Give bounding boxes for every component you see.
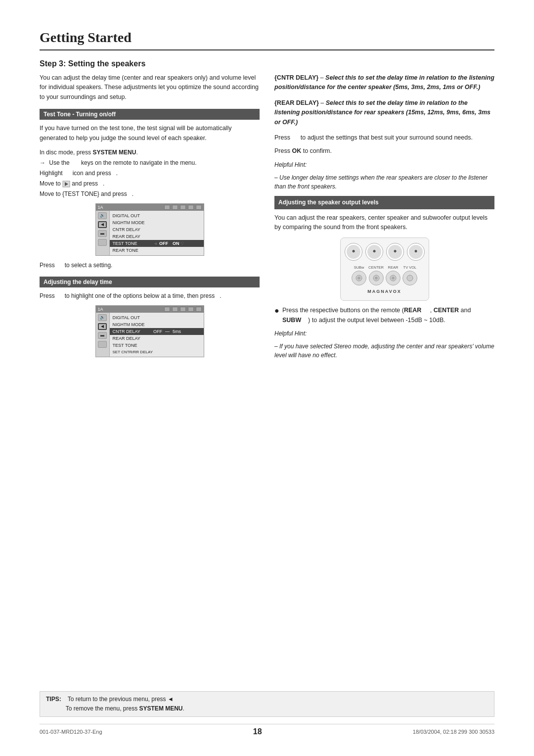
remote-label-tvvol: TV VOL — [402, 264, 417, 286]
screen-top-bar-1: 1A — [96, 204, 204, 211]
screen-mock-1: 1A 🔊 ◀ ▬ — [95, 203, 204, 256]
svg-point-5 — [375, 277, 378, 280]
screen-row-digital: DIGITAL OUT — [110, 212, 204, 219]
remote-btn-minus-1: ⊕ — [345, 243, 362, 261]
screen-icon-5 — [196, 205, 202, 210]
rear-delay-text: {REAR DELAY} – Select this to set the de… — [274, 98, 494, 127]
screen2-row-testtone: TEST TONE — [110, 342, 204, 349]
remote-btn-minus-2: ⊕ — [365, 243, 383, 261]
test-tone-value: ◄ OFF ON ▽ — [153, 241, 184, 246]
screen-left-icons-1: 🔊 ◀ ▬ — [96, 211, 110, 255]
screen-row-cntr: CNTR DELAY — [110, 226, 204, 233]
screen-icon-2-5 — [196, 307, 202, 312]
remote-inner-2: ⊕ — [367, 245, 381, 259]
screen-li2-1: 🔊 — [98, 314, 107, 321]
right-column: {CNTR DELAY} – Select this to set the de… — [274, 73, 494, 364]
rear-delay-block: {REAR DELAY} – Select this to set the de… — [274, 98, 494, 127]
screen-icon-2-4 — [188, 307, 194, 312]
subw-label: SUBw — [354, 265, 364, 271]
tvvol-circle — [402, 271, 417, 285]
screen-icon-2-2 — [172, 307, 178, 312]
screen-row-reartone: REAR TONE — [110, 247, 204, 254]
screen-li-3: ▬ — [98, 230, 107, 237]
remote-inner-4: ⊕ — [409, 245, 423, 259]
section-header-delay: Adjusting the delay time — [40, 277, 260, 287]
screen-ta-label: 1A — [98, 205, 103, 210]
footer-tips: TIPS: To return to the previous menu, pr… — [40, 691, 494, 717]
off-value: OFF — [159, 241, 168, 246]
page-container: Getting Started Step 3: Setting the spea… — [0, 0, 534, 756]
screen-icon-1 — [164, 205, 170, 210]
screen2-row-nightm: NIGHTM MODE — [110, 321, 204, 328]
remote-label-row: SUBw CENTER REAR — [346, 264, 424, 286]
press-ok-text: Press OK to confirm. — [274, 146, 494, 156]
svg-point-8 — [407, 275, 413, 281]
screen-icon-3 — [180, 205, 186, 210]
screen-body-1: 🔊 ◀ ▬ DIGITAL OUT NIGHTM MODE CNTR DELAY… — [96, 211, 204, 255]
remote-circle-minus-1: ⊕ — [345, 243, 362, 261]
bullet-item-1: ● Press the respective buttons on the re… — [274, 306, 494, 325]
screen-body-2: 🔊 ◀ ▬ DIGITAL OUT NIGHTM MODE CNTR DELAY… — [96, 313, 204, 357]
page-title: Getting Started — [40, 30, 494, 50]
screen-top-bar-2: 1A — [96, 306, 204, 313]
screen-icon-2-1 — [164, 307, 170, 312]
section-header-test-tone: Test Tone - Turning on/off — [40, 109, 260, 120]
screen-icon-2-3 — [180, 307, 186, 312]
footer-center: 18 — [253, 727, 262, 736]
press-highlight: Press to highlight one of the options be… — [40, 291, 260, 300]
screen-mock-2: 1A 🔊 ◀ ▬ — [95, 305, 204, 357]
footer-right: 18/03/2004, 02:18 299 300 30533 — [413, 729, 494, 735]
cntr-dash: — — [165, 329, 170, 334]
bullet-text: Press the respective buttons on the remo… — [282, 306, 494, 325]
output-body: You can adjust the rear speakers, center… — [274, 213, 494, 233]
instruction-system-menu: In disc mode, press SYSTEM MENU. — [40, 148, 260, 157]
screen-icon-4 — [188, 205, 194, 210]
test-tone-label: TEST TONE — [113, 241, 152, 246]
cntr-delay-label-menu: CNTR DELAY — [113, 329, 152, 334]
screen2-row-rear: REAR DELAY — [110, 335, 204, 342]
remote-label-rear: REAR — [386, 264, 400, 286]
arrow-left-val: ◄ — [153, 241, 158, 246]
instruction-test-tone: Move to {TEST TONE} and press . — [40, 189, 260, 198]
center-label: CENTER — [368, 265, 384, 271]
section-header-output: Adjusting the speaker output levels — [274, 196, 494, 209]
left-column: You can adjust the delay time (center an… — [40, 73, 260, 364]
instruction-move-to: Move to and press . — [40, 179, 260, 188]
screen-left-icons-2: 🔊 ◀ ▬ — [96, 313, 110, 357]
screen-li-1: 🔊 — [98, 212, 107, 219]
press-adjust-text: Press to adjust the settings that best s… — [274, 133, 494, 142]
rear-bold: REAR — [404, 307, 421, 314]
instruction-highlight: Highlight icon and press . — [40, 169, 260, 178]
page-footer: TIPS: To return to the previous menu, pr… — [40, 691, 494, 736]
screen-row-rear: REAR DELAY — [110, 233, 204, 240]
helpful-hint-2: – If you have selected Stereo mode, adju… — [274, 342, 494, 360]
step-title: Step 3: Setting the speakers — [40, 59, 494, 68]
bullet-dot: ● — [274, 307, 279, 325]
center-bold: CENTER — [434, 307, 459, 314]
instruction-use-keys: Use the keys on the remote to navigate i… — [40, 158, 260, 167]
remote-top-buttons: ⊕ ⊕ ⊕ ⊕ — [346, 243, 424, 261]
remote-btn-minus-4: ⊕ — [407, 243, 425, 261]
ok-bold: OK — [292, 147, 301, 154]
cntr-delay-text: {CNTR DELAY} – Select this to set the de… — [274, 73, 494, 93]
screen-icon-2 — [172, 205, 178, 210]
screen2-row-cntr: CNTR DELAY OFF — 5ms — [110, 328, 204, 335]
remote-label-center: CENTER — [368, 264, 384, 286]
system-menu-bold: SYSTEM MENU — [92, 149, 136, 156]
subw-bold: SUBW — [282, 317, 301, 324]
remote-label-subw: SUBw — [352, 264, 366, 286]
screen-row-nightm: NIGHTM MODE — [110, 219, 204, 226]
remote-circle-minus-3: ⊕ — [386, 243, 404, 261]
screen-menu-list-2: DIGITAL OUT NIGHTM MODE CNTR DELAY OFF —… — [110, 313, 204, 357]
screen-top-icons — [164, 205, 202, 210]
screen2-row-setcntr: SET CNTR/RR DELAY — [110, 349, 204, 355]
tips-line2: To remove the menu, press SYSTEM MENU. — [66, 705, 184, 712]
cntr-off: OFF — [153, 329, 162, 334]
helpful-hint-title-2: Helpful Hint: — [274, 329, 494, 338]
cntr-delay-value: OFF — 5ms — [153, 329, 181, 334]
screen-li2-4 — [98, 341, 107, 348]
two-column-layout: You can adjust the delay time (center an… — [40, 73, 494, 364]
footer-bottom: 001-037-MRD120-37-Eng 18 18/03/2004, 02:… — [40, 724, 494, 736]
tvvol-label: TV VOL — [403, 265, 417, 271]
remote-mock: ⊕ ⊕ ⊕ ⊕ — [340, 237, 429, 301]
